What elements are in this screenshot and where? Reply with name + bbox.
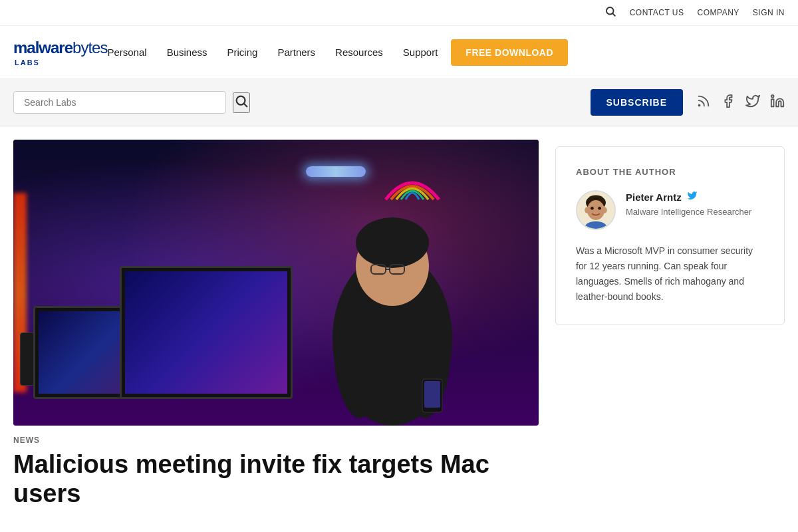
contact-us-link[interactable]: CONTACT US xyxy=(630,8,684,17)
facebook-icon[interactable] xyxy=(721,94,735,112)
nav-resources[interactable]: Resources xyxy=(335,47,383,58)
svg-point-22 xyxy=(591,207,594,210)
article-section: NEWS Malicious meeting invite fix target… xyxy=(13,140,539,508)
svg-line-1 xyxy=(612,13,614,15)
nav-support[interactable]: Support xyxy=(403,47,438,58)
logo-labs: LABS xyxy=(15,59,107,66)
author-role: Malware Intelligence Researcher xyxy=(626,206,751,218)
rss-icon[interactable] xyxy=(696,94,711,112)
article-category: NEWS xyxy=(13,436,539,445)
free-download-button[interactable]: FREE DOWNLOAD xyxy=(451,39,568,66)
svg-rect-5 xyxy=(771,99,774,106)
nav-business[interactable]: Business xyxy=(167,47,207,58)
search-submit-button[interactable] xyxy=(233,92,250,113)
svg-point-23 xyxy=(598,207,601,210)
search-section: SUBSCRIBE xyxy=(0,79,798,126)
svg-point-6 xyxy=(771,94,774,97)
sign-in-link[interactable]: SIGN IN xyxy=(753,8,785,17)
logo-text: malwarebytes xyxy=(13,39,107,57)
search-actions: SUBSCRIBE xyxy=(591,89,785,116)
nav-partners[interactable]: Partners xyxy=(277,47,315,58)
nav-pricing[interactable]: Pricing xyxy=(227,47,258,58)
svg-point-4 xyxy=(699,104,700,106)
author-name-row: Pieter Arntz xyxy=(626,190,751,203)
svg-point-19 xyxy=(587,200,604,220)
linkedin-icon[interactable] xyxy=(770,94,785,112)
author-card: ABOUT THE AUTHOR xyxy=(555,146,785,325)
main-content: NEWS Malicious meeting invite fix target… xyxy=(0,126,798,521)
nav-links: Personal Business Pricing Partners Resou… xyxy=(107,47,438,58)
person-silhouette xyxy=(313,186,472,426)
svg-point-9 xyxy=(356,217,429,268)
nav-personal[interactable]: Personal xyxy=(107,47,146,58)
company-link[interactable]: COMPANY xyxy=(698,8,739,17)
search-input[interactable] xyxy=(24,97,215,108)
svg-point-21 xyxy=(602,207,606,213)
search-icon[interactable] xyxy=(604,5,616,20)
twitter-icon[interactable] xyxy=(745,94,760,112)
author-avatar xyxy=(576,190,616,230)
sidebar: ABOUT THE AUTHOR xyxy=(555,140,785,325)
monitor-right-decoration xyxy=(120,266,293,399)
svg-line-3 xyxy=(244,104,247,106)
avatar-illustration xyxy=(577,192,614,229)
top-bar: CONTACT US COMPANY SIGN IN xyxy=(0,0,798,26)
logo[interactable]: malwarebytes LABS xyxy=(13,39,107,66)
author-bio: Was a Microsoft MVP in consumer security… xyxy=(576,243,764,305)
subscribe-button[interactable]: SUBSCRIBE xyxy=(591,89,683,116)
search-wrapper xyxy=(13,91,226,114)
article-title: Malicious meeting invite fix targets Mac… xyxy=(13,450,539,508)
svg-point-20 xyxy=(585,207,589,213)
author-info: Pieter Arntz Malware Intelligence Resear… xyxy=(576,190,764,230)
author-twitter-icon[interactable] xyxy=(687,190,698,203)
svg-rect-16 xyxy=(424,381,440,408)
hero-image xyxy=(13,140,539,426)
light-bar-decoration xyxy=(306,166,366,177)
author-details: Pieter Arntz Malware Intelligence Resear… xyxy=(626,190,751,218)
author-section-title: ABOUT THE AUTHOR xyxy=(576,167,764,177)
main-nav: malwarebytes LABS Personal Business Pric… xyxy=(0,26,798,79)
author-name: Pieter Arntz xyxy=(626,192,682,203)
social-icons xyxy=(696,94,785,112)
